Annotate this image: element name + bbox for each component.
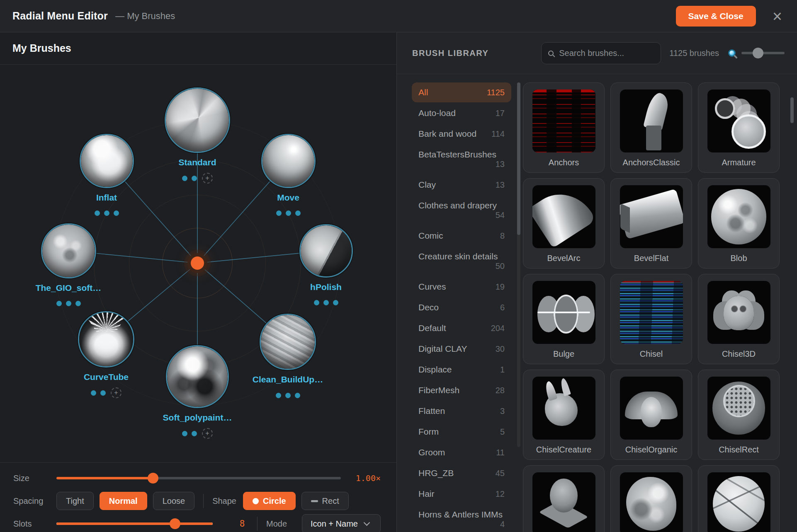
thumbnail-zoom-slider[interactable] [741, 48, 785, 58]
search-input[interactable] [559, 48, 654, 58]
spacing-normal-button[interactable]: Normal [100, 492, 147, 510]
brush-card[interactable] [610, 465, 692, 532]
brush-card[interactable]: ChiselOrganic [610, 370, 692, 460]
add-page-icon[interactable]: + [202, 173, 213, 184]
radial-slot-label: CurveTube [84, 372, 129, 382]
brush-thumbnail [532, 472, 595, 532]
category-label: Comic [418, 231, 443, 241]
scrollbar-thumb[interactable] [517, 82, 520, 235]
category-count: 1125 [487, 88, 505, 97]
category-item[interactable]: Displace 1 [412, 360, 511, 380]
page-dot[interactable] [91, 390, 96, 396]
brush-card[interactable]: Anchors [523, 82, 605, 173]
search-box[interactable] [541, 42, 661, 64]
category-item[interactable]: Clothes and drapery 54 [412, 196, 511, 225]
radial-slot-label: Move [277, 193, 299, 203]
size-slider[interactable] [56, 473, 341, 484]
page-dot[interactable] [285, 393, 291, 398]
page-dot[interactable] [333, 300, 338, 305]
grid-scrollbar[interactable] [790, 97, 794, 123]
page-dot[interactable] [104, 210, 109, 216]
brush-card[interactable]: ChiselCreature [523, 370, 605, 460]
brush-card[interactable]: AnchorsClassic [610, 82, 692, 173]
page-dot[interactable] [95, 210, 100, 216]
brush-card[interactable] [698, 465, 780, 532]
page-dot[interactable] [192, 431, 197, 436]
save-close-button[interactable]: Save & Close [676, 6, 756, 27]
brush-card[interactable]: Armature [698, 82, 780, 173]
slots-slider[interactable] [56, 518, 213, 529]
slider-thumb[interactable] [753, 48, 763, 58]
category-item[interactable]: Form 5 [412, 422, 511, 442]
shape-circle-button[interactable]: Circle [243, 492, 296, 510]
category-count: 50 [496, 261, 505, 271]
page-dot[interactable] [295, 393, 300, 398]
radial-slot[interactable]: Move [234, 134, 342, 219]
page-dot[interactable] [276, 210, 282, 216]
add-page-icon[interactable]: + [111, 387, 121, 398]
brush-card[interactable]: BevelFlat [610, 178, 692, 268]
add-page-icon[interactable]: + [202, 428, 213, 439]
category-label: FiberMesh [418, 385, 459, 395]
category-item[interactable]: FiberMesh 28 [412, 380, 511, 400]
category-item[interactable]: Curves 19 [412, 277, 511, 297]
page-dot[interactable] [114, 210, 119, 216]
page-dot[interactable] [192, 176, 197, 181]
category-item[interactable]: Digital CLAY 30 [412, 339, 511, 359]
category-item[interactable]: Auto-load 17 [412, 103, 511, 123]
category-label: Flatten [418, 406, 445, 416]
page-dot[interactable] [182, 431, 187, 436]
title-bar-actions: Save & Close × [676, 6, 782, 27]
category-item[interactable]: BetaTestersBrushes 13 [412, 145, 511, 174]
category-item[interactable]: Comic 8 [412, 226, 511, 246]
page-dot[interactable] [286, 210, 291, 216]
brush-preview-art [262, 135, 314, 187]
radial-slot[interactable]: Inflat [53, 134, 160, 219]
spacing-loose-button[interactable]: Loose [153, 492, 195, 510]
page-dot[interactable] [182, 176, 187, 181]
page-dot[interactable] [100, 390, 106, 396]
slider-thumb[interactable] [148, 473, 158, 484]
brush-card[interactable]: BevelArc [523, 178, 605, 268]
category-item[interactable]: Flatten 3 [412, 401, 511, 421]
category-item[interactable]: Horns & Antlers IMMs 4 [412, 505, 511, 532]
radial-slot[interactable]: CurveTube + [52, 311, 160, 398]
slider-thumb[interactable] [170, 518, 180, 529]
category-item[interactable]: Groom 11 [412, 443, 511, 462]
category-item[interactable]: Deco 6 [412, 297, 511, 317]
page-dot[interactable] [314, 300, 319, 305]
brush-preview-art [167, 346, 228, 407]
page-dot[interactable] [56, 301, 62, 306]
page-dot[interactable] [66, 301, 71, 306]
radial-slot[interactable]: hPolish [272, 224, 380, 308]
page-dot[interactable] [75, 301, 81, 306]
brush-card[interactable]: ChiselRect [698, 370, 780, 460]
brush-card[interactable]: Blob [698, 178, 780, 268]
mode-dropdown[interactable]: Icon + Name [302, 514, 381, 532]
radial-slot-label: Inflat [96, 193, 117, 203]
category-count: 12 [496, 489, 505, 499]
brush-card[interactable]: Chisel3D [698, 274, 780, 364]
page-dot[interactable] [276, 393, 281, 398]
spacing-shape-row: Spacing TightNormalLoose Shape CircleRec… [13, 491, 381, 510]
brush-card[interactable]: Chisel [610, 274, 692, 364]
shape-rect-button[interactable]: Rect [301, 492, 349, 510]
category-item[interactable]: All 1125 [412, 82, 511, 102]
page-dot[interactable] [323, 300, 329, 305]
page-dot[interactable] [295, 210, 301, 216]
slots-value: 8 [236, 519, 248, 529]
category-item[interactable]: Default 204 [412, 318, 511, 338]
category-item[interactable]: Bark and wood 114 [412, 124, 511, 144]
slider-track[interactable] [56, 522, 213, 525]
close-icon[interactable]: × [773, 8, 782, 24]
category-item[interactable]: Clay 13 [412, 175, 511, 195]
category-item[interactable]: HRG_ZB 45 [412, 463, 511, 483]
brush-card[interactable] [523, 465, 605, 532]
radial-slot[interactable]: The_GIO_soft… [15, 223, 122, 309]
slider-track[interactable] [56, 477, 341, 479]
category-item[interactable]: Hair 12 [412, 484, 511, 504]
category-item[interactable]: Creature skin details 50 [412, 247, 511, 276]
spacing-tight-button[interactable]: Tight [56, 492, 94, 510]
brush-card[interactable]: Bulge [523, 274, 605, 364]
category-scrollbar[interactable] [517, 82, 520, 447]
